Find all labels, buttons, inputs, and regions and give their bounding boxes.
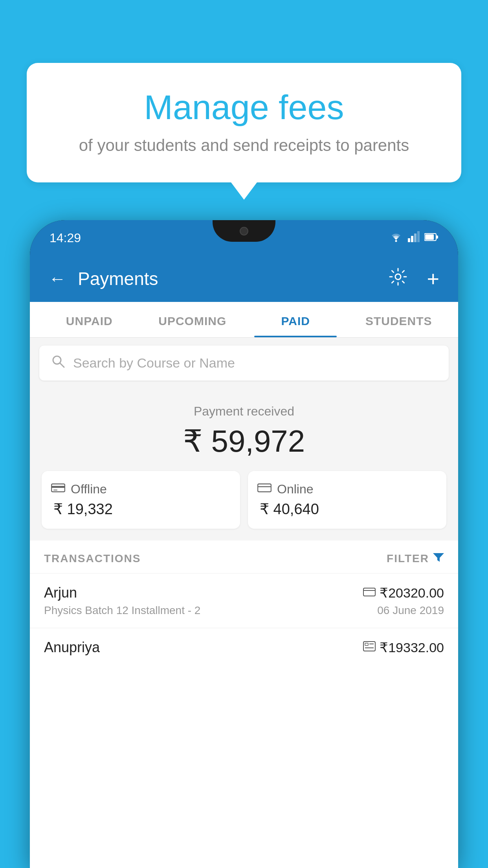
online-icon: [257, 482, 272, 497]
transaction-course: Physics Batch 12 Installment - 2: [44, 604, 200, 617]
transactions-header: TRANSACTIONS FILTER: [30, 541, 458, 573]
transaction-bottom: Physics Batch 12 Installment - 2 06 June…: [44, 604, 444, 617]
offline-payment-card: Offline ₹ 19,332: [42, 471, 240, 529]
speech-bubble: Manage fees of your students and send re…: [27, 63, 461, 182]
speech-bubble-container: Manage fees of your students and send re…: [27, 63, 461, 182]
signal-icon: [408, 231, 420, 245]
transaction-amount: ₹19332.00: [380, 640, 444, 655]
tab-upcoming[interactable]: UPCOMING: [141, 302, 244, 337]
online-type-label: Online: [277, 482, 314, 497]
payment-summary: Payment received ₹ 59,972 Offline: [30, 388, 458, 541]
offline-icon: [51, 482, 65, 497]
svg-rect-13: [53, 489, 57, 491]
wifi-icon: [389, 231, 403, 245]
offline-amount: ₹ 19,332: [51, 500, 231, 518]
search-input[interactable]: Search by Course or Name: [73, 355, 235, 371]
search-container: Search by Course or Name: [30, 338, 458, 388]
filter-label: FILTER: [387, 552, 429, 565]
transactions-label: TRANSACTIONS: [44, 552, 141, 565]
svg-rect-17: [363, 588, 375, 596]
battery-icon: [424, 232, 438, 244]
tab-students[interactable]: STUDENTS: [347, 302, 451, 337]
offline-type-label: Offline: [71, 482, 107, 497]
app-header: ← Payments +: [30, 256, 458, 302]
phone-frame: 14:29: [30, 220, 458, 868]
svg-line-10: [60, 363, 64, 367]
back-button[interactable]: ←: [49, 269, 66, 289]
card-icon: [363, 586, 376, 600]
search-icon: [51, 354, 65, 372]
transaction-name: Arjun: [44, 585, 77, 601]
payment-received-label: Payment received: [42, 404, 446, 419]
svg-rect-20: [365, 643, 368, 645]
tab-paid[interactable]: PAID: [244, 302, 347, 337]
table-row[interactable]: Arjun ₹20320.00 Physics Batch 12 Install…: [30, 573, 458, 628]
transaction-name: Anupriya: [44, 639, 100, 656]
table-row[interactable]: Anupriya ₹19332.00: [30, 628, 458, 670]
status-icons: [389, 231, 438, 245]
gear-icon[interactable]: [389, 268, 407, 290]
filter-button[interactable]: FILTER: [387, 552, 444, 565]
phone-camera: [240, 227, 248, 235]
svg-rect-4: [417, 231, 420, 242]
bubble-title: Manage fees: [58, 86, 430, 128]
svg-rect-1: [408, 238, 410, 242]
payment-total-amount: ₹ 59,972: [42, 423, 446, 459]
filter-icon: [433, 552, 444, 565]
cash-icon: [363, 641, 376, 655]
status-time: 14:29: [50, 231, 81, 245]
tab-unpaid[interactable]: UNPAID: [38, 302, 141, 337]
status-bar: 14:29: [30, 220, 458, 256]
payment-cards: Offline ₹ 19,332 Online ₹ 4: [42, 471, 446, 529]
online-amount: ₹ 40,640: [257, 500, 437, 518]
svg-marker-16: [433, 553, 444, 562]
add-button[interactable]: +: [427, 267, 439, 291]
svg-point-0: [395, 240, 397, 242]
offline-card-header: Offline: [51, 482, 231, 497]
transaction-top: Anupriya ₹19332.00: [44, 639, 444, 656]
header-title: Payments: [78, 268, 377, 289]
tabs-bar: UNPAID UPCOMING PAID STUDENTS: [30, 302, 458, 338]
transaction-date: 06 June 2019: [377, 604, 444, 617]
transaction-amount-wrap: ₹19332.00: [363, 640, 444, 655]
svg-rect-2: [411, 236, 413, 242]
app-content: ← Payments + UNPAID UPCOMING PAID STUDEN…: [30, 256, 458, 868]
svg-rect-6: [425, 234, 434, 240]
svg-point-8: [395, 274, 401, 280]
search-box[interactable]: Search by Course or Name: [39, 346, 449, 381]
transaction-top: Arjun ₹20320.00: [44, 585, 444, 601]
phone-notch: [213, 220, 275, 242]
svg-rect-7: [436, 235, 438, 239]
svg-rect-12: [51, 486, 65, 488]
svg-rect-14: [258, 484, 271, 492]
online-payment-card: Online ₹ 40,640: [248, 471, 446, 529]
transaction-amount: ₹20320.00: [380, 585, 444, 601]
online-card-header: Online: [257, 482, 437, 497]
svg-rect-3: [414, 234, 416, 242]
transaction-amount-wrap: ₹20320.00: [363, 585, 444, 601]
bubble-subtitle: of your students and send receipts to pa…: [58, 136, 430, 155]
